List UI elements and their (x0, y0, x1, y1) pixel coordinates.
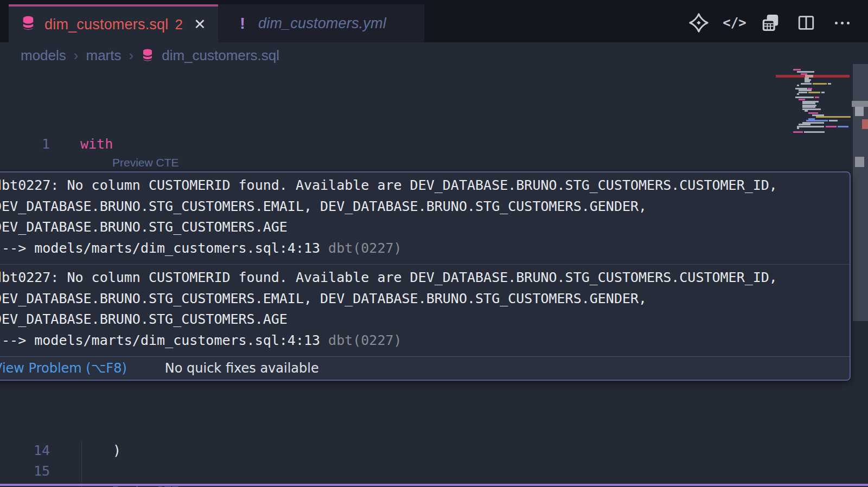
panel-sash[interactable] (0, 484, 868, 486)
minimap-line (806, 120, 828, 121)
preview-cte-lens[interactable]: Preview CTE (112, 154, 179, 171)
minimap-line (793, 131, 803, 133)
code-text: ) (113, 440, 121, 461)
breadcrumb: models › marts › dim_customers.sql (21, 44, 279, 66)
editor-window: dim_customers.sql 2 ✕ ! dim_customers.ym… (0, 0, 868, 487)
indent-guide (81, 440, 82, 461)
minimap-line (813, 83, 827, 85)
more-actions-icon[interactable] (831, 12, 853, 34)
breadcrumb-item-models[interactable]: models (21, 47, 66, 64)
minimap-line (793, 69, 801, 71)
code-line[interactable]: 14) (0, 440, 868, 461)
tab-bar: dim_customers.sql 2 ✕ ! dim_customers.ym… (0, 0, 868, 42)
minimap-line (821, 92, 825, 93)
warning-icon: ! (240, 14, 245, 33)
minimap-line (838, 126, 848, 127)
minimap-line (826, 126, 837, 127)
minimap-line (815, 97, 819, 98)
minimap-line (816, 116, 851, 118)
error-message-line: dbt0227: No column CUSTOMERID found. Ava… (0, 267, 850, 289)
code-lens[interactable]: Preview CTE (0, 154, 868, 171)
line-number: 15 (0, 461, 50, 482)
error-message: dbt0227: No column CUSTOMERID found. Ava… (0, 264, 850, 356)
code-line[interactable]: 15 (0, 461, 868, 482)
error-message-line: DEV_DATABASE.BRUNO.STG_CUSTOMERS.EMAIL, … (0, 289, 850, 310)
code-line[interactable]: 1with (0, 134, 868, 155)
tab-modified-badge: 2 (175, 16, 182, 33)
no-quick-fixes-label: No quick fixes available (165, 361, 319, 376)
minimap[interactable] (776, 66, 851, 172)
minimap-line (799, 124, 810, 125)
hover-status-bar: View Problem (⌥F8) No quick fixes availa… (0, 356, 850, 380)
tab-label: dim_customers.sql (44, 16, 168, 33)
line-number: 1 (0, 134, 50, 155)
minimap-line (797, 85, 799, 86)
minimap-line (795, 97, 814, 98)
tab-label: dim_customers.yml (258, 15, 386, 32)
editor-actions: </> (688, 12, 853, 34)
minimap-line (797, 126, 824, 127)
vertical-scrollbar[interactable] (852, 42, 868, 487)
breadcrumb-item-marts[interactable]: marts (86, 47, 122, 64)
view-problem-link[interactable]: View Problem (⌥F8) (0, 361, 127, 376)
minimap-line (828, 83, 831, 85)
overview-ruler-mark (862, 119, 868, 129)
minimap-line (808, 112, 818, 114)
minimap-line (797, 93, 799, 95)
error-message-line: dbt0227: No column CUSTOMERID found. Ava… (0, 175, 850, 196)
line-number: 14 (0, 440, 50, 461)
error-message-line: DEV_DATABASE.BRUNO.STG_CUSTOMERS.EMAIL, … (0, 196, 850, 217)
dbt-logo-icon[interactable] (688, 12, 710, 34)
error-message-line: DEV_DATABASE.BRUNO.STG_CUSTOMERS.AGE (0, 217, 850, 238)
minimap-line (804, 131, 825, 133)
minimap-line (829, 120, 838, 121)
indent-guide (81, 461, 82, 482)
minimap-line (801, 83, 812, 85)
error-location: --> models/marts/dim_customers.sql:4:13 … (0, 238, 850, 259)
overview-ruler-mark (855, 107, 864, 116)
chevron-right-icon: › (129, 47, 134, 64)
minimap-line (802, 102, 815, 104)
overview-ruler-mark (855, 157, 864, 167)
minimap-line (808, 92, 820, 93)
tab-dim-customers-yml[interactable]: ! dim_customers.yml (218, 4, 424, 42)
tab-dim-customers-sql[interactable]: dim_customers.sql 2 ✕ (9, 4, 218, 42)
minimap-line (799, 92, 807, 93)
error-code: dbt(0227) (328, 240, 401, 256)
error-code: dbt(0227) (328, 332, 401, 348)
error-message-line: DEV_DATABASE.BRUNO.STG_CUSTOMERS.AGE (0, 309, 850, 330)
minimap-line (802, 106, 815, 108)
minimap-line (805, 81, 810, 82)
close-icon[interactable]: ✕ (194, 16, 206, 33)
minimap-line (805, 110, 808, 112)
error-hover-popup: dbt0227: No column CUSTOMERID found. Ava… (0, 171, 851, 381)
chevron-right-icon: › (74, 47, 79, 64)
error-message: dbt0227: No column CUSTOMERID found. Ava… (0, 172, 850, 264)
minimap-line (797, 71, 814, 73)
minimap-line (799, 99, 805, 100)
query-results-icon[interactable] (760, 12, 781, 34)
database-icon (141, 47, 154, 64)
breadcrumb-item-file[interactable]: dim_customers.sql (162, 47, 279, 64)
code-text: with (80, 134, 113, 155)
database-icon (21, 15, 36, 34)
overview-ruler-mark (852, 101, 868, 107)
minimap-line (799, 89, 812, 91)
error-location: --> models/marts/dim_customers.sql:4:13 … (0, 330, 850, 351)
minimap-line (797, 127, 799, 129)
split-editor-icon[interactable] (795, 12, 817, 34)
code-icon[interactable]: </> (724, 12, 745, 34)
